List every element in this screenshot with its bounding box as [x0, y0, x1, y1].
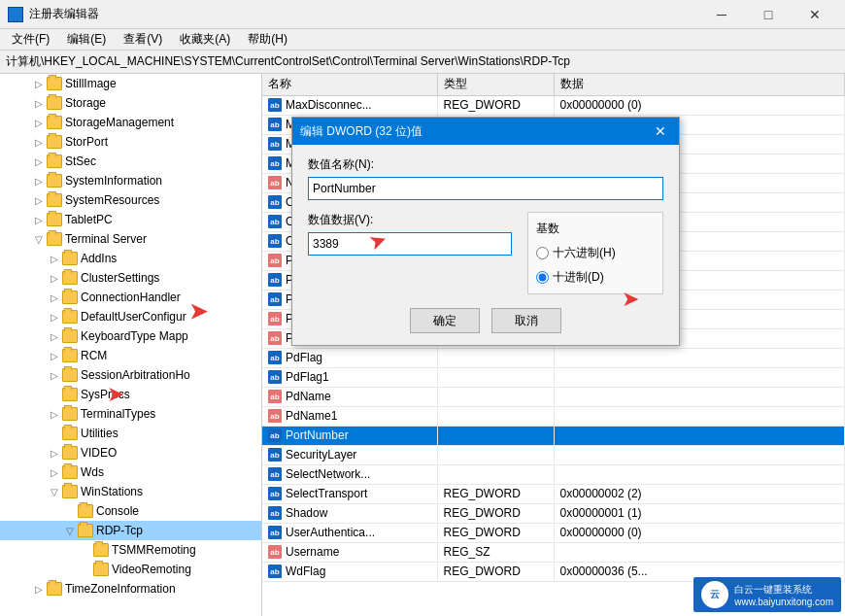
tree-item-clustersettings[interactable]: ▷ ClusterSettings [0, 268, 261, 288]
table-row[interactable]: abPdName [262, 387, 845, 406]
cell-data: 0x00000000 (0) [554, 523, 845, 542]
folder-icon [47, 135, 62, 149]
table-row[interactable]: abSecurityLayer [262, 445, 845, 464]
menu-file[interactable]: 文件(F) [4, 29, 57, 50]
radio-dec[interactable] [536, 271, 549, 284]
radio-hex[interactable] [536, 247, 549, 259]
dialog-data-input[interactable] [308, 232, 512, 256]
tree-item-defaultuserconfigur[interactable]: ▷ DefaultUserConfigur [0, 307, 261, 326]
expander-icon[interactable]: ▷ [31, 132, 47, 152]
expander-icon[interactable] [47, 424, 62, 443]
tree-item-connectionhandler[interactable]: ▷ ConnectionHandler [0, 288, 261, 307]
menu-view[interactable]: 查看(V) [116, 29, 170, 50]
maximize-button[interactable]: □ [746, 1, 791, 28]
dialog-left: 数值数据(V): [308, 212, 512, 256]
folder-icon [62, 465, 78, 479]
dialog-cancel-button[interactable]: 取消 [491, 308, 561, 333]
expander-icon[interactable]: ▷ [47, 404, 62, 424]
tree-item-storport[interactable]: ▷ StorPort [0, 132, 261, 152]
expander-icon[interactable]: ▽ [47, 482, 62, 501]
cell-name: abPdFlag1 [262, 367, 437, 387]
menu-favorites[interactable]: 收藏夹(A) [172, 29, 238, 50]
dialog-name-input[interactable] [308, 177, 663, 200]
expander-icon[interactable]: ▷ [31, 74, 47, 93]
dword-icon: ab [268, 487, 282, 500]
table-row[interactable]: abPdFlag [262, 348, 845, 367]
expander-icon[interactable]: ▷ [47, 307, 62, 326]
expander-icon[interactable]: ▷ [47, 326, 62, 346]
tree-item-sysprocs[interactable]: SysProcs [0, 385, 261, 404]
menu-help[interactable]: 帮助(H) [240, 29, 295, 50]
expander-icon[interactable]: ▷ [31, 93, 47, 113]
expander-icon[interactable]: ▷ [47, 288, 62, 307]
tree-item-rcm[interactable]: ▷ RCM [0, 346, 261, 365]
title-controls: ─ □ ✕ [699, 1, 837, 28]
table-row[interactable]: abPdFlag1 [262, 367, 845, 387]
table-row[interactable]: abSelectNetwork... [262, 464, 845, 484]
sz-icon: ab [268, 176, 282, 189]
expander-icon[interactable]: ▽ [31, 229, 47, 249]
dword-icon: ab [268, 98, 282, 112]
tree-item-wds[interactable]: ▷ Wds [0, 462, 261, 482]
expander-icon[interactable]: ▷ [47, 365, 62, 385]
expander-icon[interactable]: ▷ [47, 268, 62, 288]
tree-item-storagemanagement[interactable]: ▷ StorageManagement [0, 113, 261, 132]
expander-icon[interactable]: ▷ [47, 462, 62, 482]
table-row[interactable]: abShadowREG_DWORD0x00000001 (1) [262, 503, 845, 523]
folder-icon [62, 349, 78, 362]
close-button[interactable]: ✕ [793, 1, 837, 28]
table-row[interactable]: abPortNumber [262, 426, 845, 445]
tree-item-console[interactable]: Console [0, 501, 261, 521]
dialog-ok-button[interactable]: 确定 [410, 308, 480, 333]
expander-icon[interactable]: ▷ [47, 443, 62, 462]
tree-item-systeminformation[interactable]: ▷ SystemInformation [0, 171, 261, 190]
expander-icon[interactable] [47, 385, 62, 404]
expander-icon[interactable]: ▷ [31, 210, 47, 229]
tree-item-terminaltypes[interactable]: ▷ TerminalTypes [0, 404, 261, 424]
table-row[interactable]: abPdName1 [262, 406, 845, 426]
tree-item-video[interactable]: ▷ VIDEO [0, 443, 261, 462]
tree-item-systemresources[interactable]: ▷ SystemResources [0, 190, 261, 210]
expander-icon[interactable]: ▽ [62, 521, 78, 540]
tree-item-videoremoting[interactable]: VideoRemoting [0, 560, 261, 579]
cell-data [554, 387, 845, 406]
tree-item-stillimage[interactable]: ▷ StillImage [0, 74, 261, 93]
expander-icon[interactable] [78, 560, 93, 579]
radio-dec-label[interactable]: 十进制(D) [536, 269, 655, 286]
table-row[interactable]: abUserAuthentica...REG_DWORD0x00000000 (… [262, 523, 845, 542]
expander-icon[interactable]: ▷ [31, 579, 47, 599]
cell-name: abShadow [262, 503, 437, 523]
expander-icon[interactable]: ▷ [31, 190, 47, 210]
table-row[interactable]: abUsernameREG_SZ [262, 542, 845, 562]
cell-data: 0x00000002 (2) [554, 484, 845, 503]
tree-item-stsec[interactable]: ▷ StSec [0, 152, 261, 171]
tree-item-terminalserver[interactable]: ▽ Terminal Server [0, 229, 261, 249]
expander-icon[interactable]: ▷ [47, 346, 62, 365]
expander-icon[interactable]: ▷ [47, 249, 62, 268]
tree-item-addins[interactable]: ▷ AddIns [0, 249, 261, 268]
expander-icon[interactable]: ▷ [31, 171, 47, 190]
tree-scroll[interactable]: ▷ StillImage ▷ Storage ▷ StorageManageme… [0, 74, 261, 616]
menu-edit[interactable]: 编辑(E) [59, 29, 114, 50]
tree-item-storage[interactable]: ▷ Storage [0, 93, 261, 113]
tree-label: StillImage [65, 77, 117, 90]
radio-hex-label[interactable]: 十六进制(H) [536, 245, 655, 261]
tree-item-utilities[interactable]: Utilities [0, 424, 261, 443]
tree-item-tsmmremoting[interactable]: TSMMRemoting [0, 540, 261, 560]
watermark-logo: 云 [701, 581, 728, 608]
dialog-close-button[interactable]: ✕ [650, 120, 671, 142]
tree-item-winstations[interactable]: ▽ WinStations [0, 482, 261, 501]
tree-item-keyboardtypemapp[interactable]: ▷ KeyboardType Mapp [0, 326, 261, 346]
table-row[interactable]: abSelectTransportREG_DWORD0x00000002 (2) [262, 484, 845, 503]
tree-item-tabletpc[interactable]: ▷ TabletPC [0, 210, 261, 229]
tree-item-sessionarbitrationho[interactable]: ▷ SessionArbitrationHo [0, 365, 261, 385]
expander-icon[interactable] [62, 501, 78, 521]
tree-item-rdptcp[interactable]: ▽ RDP-Tcp [0, 521, 261, 540]
expander-icon[interactable] [78, 540, 93, 560]
tree-item-timezoneinformation[interactable]: ▷ TimeZoneInformation [0, 579, 261, 599]
expander-icon[interactable]: ▷ [31, 113, 47, 132]
expander-icon[interactable]: ▷ [31, 152, 47, 171]
minimize-button[interactable]: ─ [699, 1, 744, 28]
tree-label: SystemInformation [65, 174, 162, 188]
table-row[interactable]: abMaxDisconnec...REG_DWORD0x00000000 (0) [262, 95, 845, 115]
